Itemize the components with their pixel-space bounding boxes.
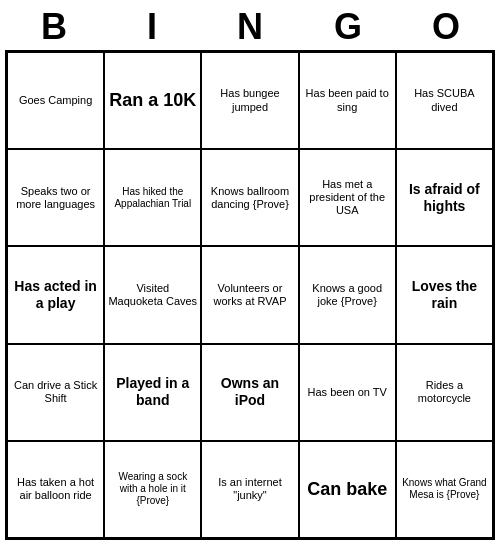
bingo-cell[interactable]: Volunteers or works at RVAP — [201, 246, 298, 343]
bingo-cell[interactable]: Can bake — [299, 441, 396, 538]
bingo-cell[interactable]: Has taken a hot air balloon ride — [7, 441, 104, 538]
bingo-cell[interactable]: Is an internet "junky" — [201, 441, 298, 538]
bingo-cell[interactable]: Loves the rain — [396, 246, 493, 343]
bingo-grid: Goes CampingRan a 10KHas bungee jumpedHa… — [5, 50, 495, 540]
bingo-cell[interactable]: Wearing a sock with a hole in it {Prove} — [104, 441, 201, 538]
bingo-cell[interactable]: Owns an iPod — [201, 344, 298, 441]
bingo-cell[interactable]: Visited Maquoketa Caves — [104, 246, 201, 343]
bingo-letter: B — [10, 6, 98, 48]
bingo-cell[interactable]: Ran a 10K — [104, 52, 201, 149]
bingo-cell[interactable]: Can drive a Stick Shift — [7, 344, 104, 441]
bingo-letter: I — [108, 6, 196, 48]
bingo-cell[interactable]: Has been on TV — [299, 344, 396, 441]
bingo-letter: O — [402, 6, 490, 48]
bingo-cell[interactable]: Has SCUBA dived — [396, 52, 493, 149]
bingo-cell[interactable]: Knows ballroom dancing {Prove} — [201, 149, 298, 246]
bingo-cell[interactable]: Speaks two or more languages — [7, 149, 104, 246]
bingo-cell[interactable]: Has acted in a play — [7, 246, 104, 343]
bingo-letter: G — [304, 6, 392, 48]
bingo-cell[interactable]: Rides a motorcycle — [396, 344, 493, 441]
bingo-cell[interactable]: Goes Camping — [7, 52, 104, 149]
bingo-cell[interactable]: Has hiked the Appalachian Trial — [104, 149, 201, 246]
bingo-cell[interactable]: Has bungee jumped — [201, 52, 298, 149]
bingo-cell[interactable]: Knows what Grand Mesa is {Prove} — [396, 441, 493, 538]
bingo-cell[interactable]: Played in a band — [104, 344, 201, 441]
bingo-cell[interactable]: Has been paid to sing — [299, 52, 396, 149]
bingo-header: BINGO — [5, 0, 495, 50]
bingo-cell[interactable]: Has met a president of the USA — [299, 149, 396, 246]
bingo-cell[interactable]: Knows a good joke {Prove} — [299, 246, 396, 343]
bingo-letter: N — [206, 6, 294, 48]
bingo-cell[interactable]: Is afraid of hights — [396, 149, 493, 246]
